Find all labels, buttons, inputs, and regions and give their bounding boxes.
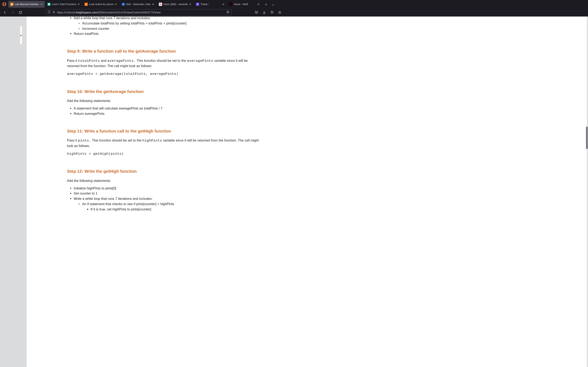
- list-item: Add a while loop that runs 7 iterations …: [74, 17, 259, 21]
- list-item: Increment counter: [82, 26, 259, 31]
- step10-paragraph: Add the following statements:: [67, 98, 259, 103]
- all-tabs-button[interactable]: ⌄: [272, 2, 275, 7]
- close-icon[interactable]: ✕: [257, 3, 260, 6]
- close-icon[interactable]: ✕: [78, 3, 80, 6]
- step10-heading: Step 10: Write the getAverage function: [67, 89, 259, 95]
- url-text: https://ccbcmd.brightspace.com/d2l/le/co…: [57, 11, 224, 14]
- code-inline: highPints: [142, 139, 162, 142]
- firefox-logo-icon: [1, 1, 7, 7]
- tab-controls: ＋ ⌄: [264, 2, 275, 7]
- tab-outlook-mail[interactable]: O Mail - Sewoniku, Adesola ✕: [120, 1, 156, 8]
- tab-label: Mail - Sewoniku, Adesola: [126, 3, 151, 6]
- favicon-gmail-icon: M: [159, 3, 162, 6]
- extensions-icon[interactable]: [270, 11, 274, 14]
- step11-code-block: highPints = getHigh(pints): [67, 151, 259, 157]
- list-item: Return totalPints: [74, 31, 259, 36]
- text: This function should be set to the: [91, 138, 142, 142]
- favicon-chegg-icon: C: [85, 3, 88, 6]
- cutoff-return-list: Return totalPints: [74, 31, 259, 36]
- close-icon[interactable]: ✕: [189, 3, 191, 6]
- step9-heading: Step 9: Write a function call to the get…: [67, 48, 259, 54]
- url-path: /d2l/le/content/101470/viewContent/49537…: [97, 11, 161, 14]
- url-sub: ccbcmd.: [66, 11, 76, 14]
- step11-heading: Step 11: Write a function call to the ge…: [67, 128, 259, 134]
- tab-netflix[interactable]: N Home - Netflix ✕: [227, 1, 262, 8]
- close-icon[interactable]: ✕: [40, 3, 43, 6]
- toolbar: https://ccbcmd.brightspace.com/d2l/le/co…: [0, 8, 284, 17]
- text: Pass it: [67, 59, 78, 62]
- reload-button[interactable]: [17, 11, 23, 14]
- lock-icon[interactable]: [52, 11, 55, 14]
- close-icon[interactable]: ✕: [152, 3, 154, 6]
- tab-label: Thank you: [200, 3, 209, 6]
- downloads-icon[interactable]: [262, 11, 266, 14]
- tab-label: Inbox (689) - sewonikuad: [163, 3, 188, 6]
- cutoff-list: Add a while loop that runs 7 iterations …: [74, 17, 259, 21]
- code-inline: pints.: [78, 139, 91, 142]
- text: This function should be set to the: [136, 59, 187, 62]
- close-icon[interactable]: ✕: [115, 3, 117, 6]
- code-inline: averagePints: [187, 59, 213, 63]
- svg-rect-1: [53, 12, 55, 13]
- cutoff-sublist: Accumulate totalPints by setting totalPi…: [82, 21, 259, 31]
- tab-thank-you[interactable]: P Thank you ✕: [194, 1, 227, 8]
- tab-label: Liver's Vital Functions.: [52, 3, 76, 6]
- list-item: A statement that will calculate averageP…: [74, 106, 259, 111]
- favicon-outlook-icon: O: [122, 3, 125, 6]
- tab-label: Look online for pictures o: [89, 3, 113, 6]
- favicon-p-icon: P: [196, 3, 199, 6]
- pocket-icon[interactable]: [254, 11, 259, 14]
- menu-icon[interactable]: [278, 11, 282, 14]
- tab-lab-manual[interactable]: B Lab Manual Activities 9 - ✕: [8, 1, 45, 8]
- close-icon[interactable]: ✕: [222, 3, 225, 6]
- toolbar-right: [254, 11, 282, 14]
- document-body: Add a while loop that runs 7 iterations …: [67, 17, 259, 177]
- step10-list: A statement that will calculate averageP…: [74, 106, 259, 116]
- step9-code-block: averagePints = getAverage(totalPints, av…: [67, 71, 259, 77]
- tab-gmail-inbox[interactable]: M Inbox (689) - sewonikuad ✕: [157, 1, 194, 8]
- text: Pass it: [67, 138, 78, 142]
- url-scheme: https://: [57, 11, 66, 14]
- code-inline: averagePints.: [107, 59, 136, 63]
- list-item: Return averagePints: [74, 111, 259, 116]
- new-tab-button[interactable]: ＋: [264, 2, 268, 7]
- favicon-chatgpt-icon: ⬢: [47, 3, 51, 6]
- tab-label: Lab Manual Activities 9 -: [15, 3, 39, 6]
- back-button[interactable]: [2, 11, 8, 14]
- url-domain: brightspace.com: [76, 11, 97, 14]
- tab-look-online[interactable]: C Look online for pictures o ✕: [82, 1, 119, 8]
- content-viewport: ▶ Add a while loop that runs 7 iteration…: [0, 17, 284, 177]
- sidebar-expand-handle[interactable]: ▶: [20, 26, 22, 45]
- favicon-brightspace-icon: B: [10, 3, 13, 6]
- bookmark-star-icon[interactable]: [226, 10, 230, 15]
- tab-livers-vital[interactable]: ⬢ Liver's Vital Functions. ✕: [45, 1, 82, 8]
- shield-icon[interactable]: [48, 10, 51, 14]
- favicon-netflix-icon: N: [229, 3, 232, 6]
- code-inline: totalPints: [78, 59, 100, 63]
- tab-strip: B Lab Manual Activities 9 - ✕ ⬢ Liver's …: [0, 0, 284, 8]
- forward-button[interactable]: [10, 11, 16, 14]
- step11-paragraph: Pass it pints. This function should be s…: [67, 138, 259, 148]
- list-item: Accumulate totalPints by setting totalPi…: [82, 21, 259, 26]
- document-page: Add a while loop that runs 7 iterations …: [26, 17, 284, 177]
- text: and: [100, 59, 107, 62]
- step9-paragraph: Pass it totalPints and averagePints. Thi…: [67, 58, 259, 68]
- url-bar[interactable]: https://ccbcmd.brightspace.com/d2l/le/co…: [46, 9, 232, 16]
- step12-heading: Step 12: Write the getHigh function: [67, 168, 259, 175]
- tab-label: Home - Netflix: [233, 3, 248, 6]
